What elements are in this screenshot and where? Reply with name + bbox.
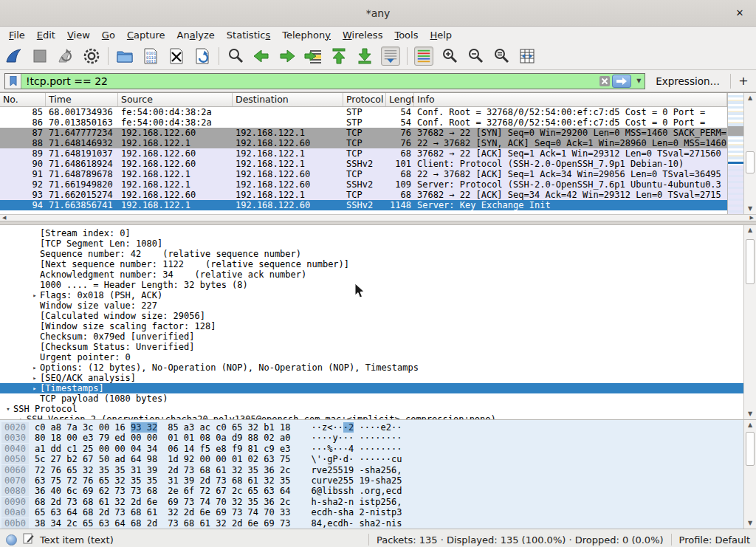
scroll-up-icon[interactable]: ▲ xyxy=(744,225,756,235)
menu-telephony[interactable]: Telephony xyxy=(276,28,337,42)
menu-analyze[interactable]: Analyze xyxy=(171,28,221,42)
column-header-no[interactable]: No. xyxy=(0,93,46,106)
packet-list-vertical-scrollbar[interactable]: ▲ ▼ xyxy=(743,93,756,214)
detail-line[interactable]: ▾SSH Protocol xyxy=(0,404,743,414)
detail-line[interactable]: ▸[SEQ/ACK analysis] xyxy=(0,373,743,383)
hex-row-0040[interactable]: 0040a1 dd c1 25 00 00 04 3406 14 f5 e8 f… xyxy=(1,444,743,454)
hex-row-0030[interactable]: 003080 18 00 e3 79 ed 00 0001 01 08 0a d… xyxy=(1,433,743,443)
collapsed-arrow-icon[interactable]: ▸ xyxy=(30,362,40,373)
go-last-packet-icon[interactable] xyxy=(355,47,374,66)
packet-row-87[interactable]: 8771.647777234192.168.122.60192.168.122.… xyxy=(0,128,727,138)
packet-row-86[interactable]: 8670.013850163fe:54:00:d4:38:2aSTP54Conf… xyxy=(0,117,727,128)
scroll-down-icon[interactable]: ▼ xyxy=(744,409,756,419)
go-to-packet-icon[interactable] xyxy=(303,47,323,66)
detail-line[interactable]: ▸Options: (12 bytes), No-Operation (NOP)… xyxy=(0,362,743,373)
menu-statistics[interactable]: Statistics xyxy=(221,28,276,42)
hex-vertical-scrollbar[interactable]: ▲ ▼ xyxy=(743,420,756,529)
detail-line[interactable]: ▸SSH Version 2 (encryption:chacha20-poly… xyxy=(0,414,743,419)
zoom-out-icon[interactable] xyxy=(466,47,485,66)
find-packet-icon[interactable] xyxy=(226,47,245,66)
scroll-left-icon[interactable]: ◀ xyxy=(2,215,6,221)
profile-text[interactable]: Profile: Default xyxy=(679,534,750,546)
hex-row-0020[interactable]: 0020c0 a8 7a 3c 00 16 93 3285 a3 ac c0 6… xyxy=(1,422,743,433)
menu-file[interactable]: File xyxy=(3,28,31,42)
hex-row-0050[interactable]: 00505c 27 b2 67 50 ad 64 981d 92 00 00 0… xyxy=(1,454,743,464)
save-file-icon[interactable]: 010101100011 xyxy=(141,47,160,66)
detail-line[interactable]: ▸Flags: 0x018 (PSH, ACK) xyxy=(0,290,743,300)
hex-row-0080[interactable]: 008036 40 6c 69 62 73 73 682e 6f 72 67 2… xyxy=(1,486,743,496)
scroll-down-icon[interactable]: ▼ xyxy=(744,204,756,214)
detail-line[interactable]: Acknowledgment number: 34 (relative ack … xyxy=(0,269,743,280)
zoom-in-icon[interactable] xyxy=(440,47,459,66)
resize-columns-icon[interactable] xyxy=(518,47,537,66)
expert-info-icon[interactable] xyxy=(6,534,17,546)
collapsed-arrow-icon[interactable]: ▸ xyxy=(30,383,40,393)
detail-line[interactable]: TCP payload (1080 bytes) xyxy=(0,393,743,404)
packet-row-92[interactable]: 9271.661949820192.168.122.1192.168.122.6… xyxy=(0,179,727,190)
hex-row-00b0[interactable]: 00b038 34 2c 65 63 64 68 2d73 68 61 32 2… xyxy=(1,518,743,529)
detail-line[interactable]: 1000 .... = Header Length: 32 bytes (8) xyxy=(0,280,743,290)
stop-capture-icon[interactable] xyxy=(30,47,49,66)
filter-clear-icon[interactable] xyxy=(597,75,612,88)
scroll-down-icon[interactable]: ▼ xyxy=(744,518,756,529)
hex-row-0070[interactable]: 007063 75 72 76 65 32 35 3531 39 2d 73 6… xyxy=(1,475,743,486)
menu-help[interactable]: Help xyxy=(424,28,458,42)
menu-go[interactable]: Go xyxy=(96,28,121,42)
menu-tools[interactable]: Tools xyxy=(388,28,424,42)
hex-row-0060[interactable]: 006072 76 65 32 35 35 31 392d 73 68 61 3… xyxy=(1,465,743,475)
open-file-icon[interactable] xyxy=(115,47,134,66)
capture-comment-icon[interactable] xyxy=(23,533,34,546)
collapsed-arrow-icon[interactable]: ▸ xyxy=(30,290,40,300)
auto-scroll-icon[interactable] xyxy=(381,47,400,66)
scroll-up-icon[interactable]: ▲ xyxy=(744,93,756,103)
intelligent-scrollbar-minimap[interactable] xyxy=(727,93,743,214)
close-file-icon[interactable] xyxy=(167,47,186,66)
detail-line[interactable]: Sequence number: 42 (relative sequence n… xyxy=(0,249,743,259)
detail-line[interactable]: [Checksum Status: Unverified] xyxy=(0,342,743,352)
hex-row-00a0[interactable]: 00a065 63 64 68 2d 73 68 6132 2d 6e 69 7… xyxy=(1,507,743,517)
collapsed-arrow-icon[interactable]: ▸ xyxy=(16,414,27,419)
packet-row-94[interactable]: 9471.663856741192.168.122.1192.168.122.6… xyxy=(0,200,727,210)
column-header-source[interactable]: Source xyxy=(118,93,233,106)
go-first-packet-icon[interactable] xyxy=(329,47,348,66)
packet-list-horizontal-scrollbar[interactable]: ◀ ▶ xyxy=(0,214,756,221)
detail-line[interactable]: [Calculated window size: 29056] xyxy=(0,311,743,321)
scroll-right-icon[interactable]: ▶ xyxy=(750,215,754,221)
filter-apply-icon[interactable] xyxy=(612,75,631,88)
close-window-button[interactable]: ✕ xyxy=(732,6,747,21)
detail-line[interactable]: [Window size scaling factor: 128] xyxy=(0,321,743,331)
column-header-protocol[interactable]: Protocol xyxy=(343,93,386,106)
packet-row-89[interactable]: 8971.648191037192.168.122.60192.168.122.… xyxy=(0,148,727,159)
menu-view[interactable]: View xyxy=(61,28,96,42)
filter-bookmark-icon[interactable] xyxy=(5,74,21,89)
restart-capture-icon[interactable] xyxy=(56,47,75,66)
packet-list-header[interactable]: No.TimeSourceDestinationProtocolLengthIn… xyxy=(0,93,727,107)
go-forward-icon[interactable] xyxy=(278,47,297,66)
display-filter-field[interactable]: !tcp.port == 22 ▼ xyxy=(4,73,645,89)
detail-line[interactable]: [Stream index: 0] xyxy=(0,228,743,238)
detail-line[interactable]: [TCP Segment Len: 1080] xyxy=(0,238,743,249)
expression-button[interactable]: Expression… xyxy=(650,75,726,87)
column-header-time[interactable]: Time xyxy=(46,93,118,106)
packet-row-85[interactable]: 8568.001734936fe:54:00:d4:38:2aSTP54Conf… xyxy=(0,107,727,117)
detail-line[interactable]: ▸[Timestamps] xyxy=(0,383,743,393)
column-header-info[interactable]: Info xyxy=(414,93,727,106)
hex-row-0090[interactable]: 009068 2d 73 68 61 32 2d 6e69 73 74 70 3… xyxy=(1,497,743,507)
start-capture-icon[interactable] xyxy=(4,47,24,66)
go-back-icon[interactable] xyxy=(252,47,271,66)
details-vertical-scrollbar[interactable]: ▲ ▼ xyxy=(743,225,756,419)
detail-line[interactable]: [Next sequence number: 1122 (relative se… xyxy=(0,259,743,269)
reload-file-icon[interactable] xyxy=(193,47,212,66)
collapsed-arrow-icon[interactable]: ▸ xyxy=(30,373,40,383)
packet-row-93[interactable]: 9371.662015274192.168.122.60192.168.122.… xyxy=(0,190,727,200)
column-header-length[interactable]: Length xyxy=(386,93,414,106)
expanded-arrow-icon[interactable]: ▾ xyxy=(3,404,13,414)
packet-row-90[interactable]: 9071.648618924192.168.122.60192.168.122.… xyxy=(0,159,727,169)
scroll-up-icon[interactable]: ▲ xyxy=(744,420,756,430)
menu-wireless[interactable]: Wireless xyxy=(337,28,388,42)
detail-line[interactable]: Window size value: 227 xyxy=(0,300,743,311)
packet-row-91[interactable]: 9171.648789678192.168.122.1192.168.122.6… xyxy=(0,169,727,179)
zoom-reset-icon[interactable] xyxy=(492,47,511,66)
detail-line[interactable]: Urgent pointer: 0 xyxy=(0,352,743,362)
menu-capture[interactable]: Capture xyxy=(121,28,171,42)
